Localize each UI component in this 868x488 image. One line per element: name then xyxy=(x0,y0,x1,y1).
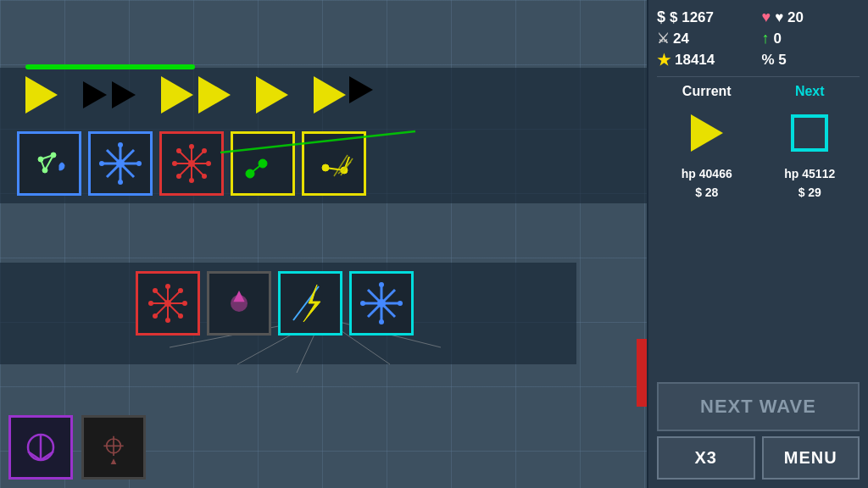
svg-line-30 xyxy=(179,164,192,176)
svg-point-75 xyxy=(379,319,384,324)
svg-marker-85 xyxy=(111,458,117,464)
svg-point-54 xyxy=(148,301,153,306)
arrow-stat: ↑ 0 xyxy=(762,30,860,47)
enemy-triangle-5b[interactable] xyxy=(349,76,373,103)
enemy-previews xyxy=(657,108,860,158)
current-hp: hp 40466 xyxy=(657,167,757,180)
tower-row-bottom xyxy=(136,271,414,336)
svg-point-23 xyxy=(189,178,194,183)
svg-line-26 xyxy=(179,151,192,164)
bottom-buttons: X3 MENU xyxy=(657,436,860,480)
right-panel: $ $ 1267 ♥ ♥ 20 ⚔ 24 ↑ 0 ★ 18414 % 5 Cur… xyxy=(647,0,868,488)
svg-point-12 xyxy=(118,180,123,185)
bottom-left-area xyxy=(8,415,146,480)
svg-line-24 xyxy=(192,151,204,164)
svg-point-27 xyxy=(176,148,181,153)
tower-empty-1[interactable] xyxy=(207,271,271,336)
percent-stat: % 5 xyxy=(762,51,860,69)
money-icon: $ xyxy=(657,8,665,26)
svg-point-64 xyxy=(153,313,158,319)
star-stat: ★ 18414 xyxy=(657,51,755,69)
svg-line-63 xyxy=(155,303,168,316)
enemy-triangle-2b[interactable] xyxy=(112,81,136,108)
svg-line-57 xyxy=(168,291,181,303)
menu-button[interactable]: MENU xyxy=(762,436,860,480)
tower-crosshair[interactable] xyxy=(81,415,146,480)
damage-bar xyxy=(637,339,647,407)
enemy-triangle-2a[interactable] xyxy=(83,81,107,108)
svg-point-13 xyxy=(99,161,104,166)
progress-bar xyxy=(25,64,195,69)
svg-point-50 xyxy=(165,284,170,289)
svg-point-60 xyxy=(153,288,158,293)
heart-icon: ♥ xyxy=(762,8,771,26)
svg-point-19 xyxy=(206,161,211,166)
next-enemy-square xyxy=(791,114,828,152)
svg-line-28 xyxy=(192,164,204,176)
stats-grid: $ $ 1267 ♥ ♥ 20 ⚔ 24 ↑ 0 ★ 18414 % 5 xyxy=(657,8,860,69)
star-value: 18414 xyxy=(675,52,715,69)
enemy-stats: hp 40466 hp 45112 xyxy=(657,167,860,180)
arrow-value: 0 xyxy=(774,30,782,47)
enemy-row xyxy=(25,76,373,114)
enemy-money-stats: $ 28 $ 29 xyxy=(657,186,860,199)
svg-line-61 xyxy=(168,303,181,316)
sword-icon: ⚔ xyxy=(657,30,669,47)
svg-point-73 xyxy=(377,299,386,308)
enemy-triangle-1[interactable] xyxy=(25,76,58,114)
next-label: Next xyxy=(760,84,860,99)
svg-point-62 xyxy=(178,313,183,319)
current-label: Current xyxy=(657,84,757,99)
health-value: ♥ 20 xyxy=(775,9,804,26)
svg-point-10 xyxy=(116,159,125,168)
svg-line-34 xyxy=(250,164,263,174)
svg-point-31 xyxy=(176,174,181,179)
enemy-triangle-3a[interactable] xyxy=(161,76,193,114)
svg-point-21 xyxy=(172,161,177,166)
tower-water[interactable] xyxy=(17,131,81,196)
next-hp: hp 45112 xyxy=(760,167,860,180)
next-enemy-preview xyxy=(760,108,860,158)
svg-point-76 xyxy=(360,301,365,306)
tower-row-top xyxy=(17,131,366,196)
current-money: $ 28 xyxy=(657,186,757,199)
tower-special[interactable] xyxy=(8,415,73,480)
svg-point-17 xyxy=(189,144,194,149)
enemy-triangle-3b[interactable] xyxy=(198,76,231,114)
tower-burst-red-2[interactable] xyxy=(136,271,200,336)
percent-value: % 5 xyxy=(762,52,787,69)
svg-point-58 xyxy=(178,288,183,293)
money-stat: $ $ 1267 xyxy=(657,8,755,26)
svg-point-25 xyxy=(202,148,207,153)
arrow-up-icon: ↑ xyxy=(762,30,770,47)
svg-point-52 xyxy=(182,301,187,306)
svg-point-29 xyxy=(202,174,207,179)
tower-freeze-2[interactable] xyxy=(349,271,414,336)
tower-green-dot[interactable] xyxy=(231,131,295,196)
enemy-triangle-5a[interactable] xyxy=(314,76,346,114)
enemy-triangle-4[interactable] xyxy=(256,76,288,114)
spacer xyxy=(657,204,860,377)
sword-value: 24 xyxy=(673,30,689,47)
svg-point-77 xyxy=(398,301,403,306)
svg-point-74 xyxy=(379,282,384,287)
tower-burst-red[interactable] xyxy=(159,131,224,196)
x3-button[interactable]: X3 xyxy=(657,436,755,480)
current-next-labels: Current Next xyxy=(657,84,860,99)
current-enemy-preview xyxy=(657,108,757,158)
health-stat: ♥ ♥ 20 xyxy=(762,8,860,26)
tower-freeze[interactable] xyxy=(88,131,153,196)
tower-targeting[interactable] xyxy=(302,131,366,196)
sword-stat: ⚔ 24 xyxy=(657,30,755,47)
svg-point-56 xyxy=(165,318,170,323)
svg-point-11 xyxy=(118,142,123,147)
next-wave-button[interactable]: NEXT WAVE xyxy=(657,382,860,431)
svg-line-59 xyxy=(155,291,168,303)
money-value: $ 1267 xyxy=(670,9,714,26)
tower-lightning[interactable] xyxy=(278,271,342,336)
game-area xyxy=(0,0,647,488)
divider-1 xyxy=(657,76,860,77)
next-money: $ 29 xyxy=(760,186,860,199)
star-icon: ★ xyxy=(657,51,670,69)
svg-point-14 xyxy=(136,161,142,166)
